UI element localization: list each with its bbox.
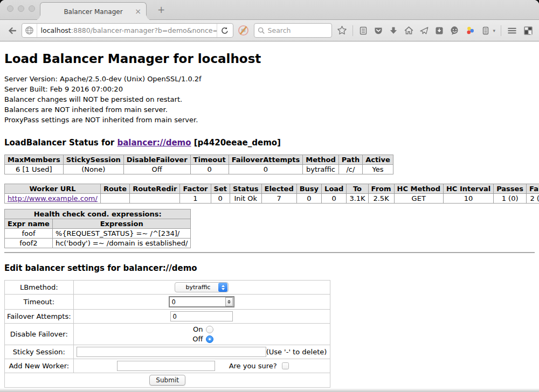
col-elected: Elected — [261, 184, 296, 194]
disable-failover-off-option: Off — [190, 335, 213, 343]
col-active: Active — [363, 155, 393, 165]
menu-hamburger-icon[interactable] — [507, 25, 517, 36]
disable-failover-off-radio[interactable] — [206, 335, 213, 343]
cell-maxmembers: 6 [1 Used] — [5, 165, 64, 174]
disable-failover-cell: On Off — [73, 324, 330, 345]
back-button[interactable] — [5, 24, 19, 38]
cell-route — [100, 194, 129, 204]
balancer-data-row: 6 [1 Used] (None) Off 0 0 bytraffic /c/ … — [5, 165, 393, 174]
timeout-input[interactable] — [170, 298, 225, 306]
overflow-caret-icon[interactable]: ▾ — [493, 28, 495, 33]
health-header-row: Expr name Expression — [5, 219, 191, 229]
sticky-session-input[interactable] — [77, 347, 266, 357]
col-set: Set — [211, 184, 230, 194]
col-hc-method: HC Method — [394, 184, 443, 194]
timeout-label: Timeout: — [5, 295, 74, 310]
toolbar-buttons: ▾ — [337, 25, 534, 36]
balancers-note-line: Balancers are NOT inherited from main se… — [4, 104, 535, 115]
tab-title: Balancer Manager — [64, 8, 122, 16]
balancer-demo-link[interactable]: balancer://demo — [117, 138, 191, 148]
col-method: Method — [303, 155, 338, 165]
reading-list-icon[interactable] — [358, 26, 368, 36]
col-load: Load — [322, 184, 347, 194]
proxypass-note-line: ProxyPass settings are NOT inherited fro… — [4, 115, 535, 125]
add-worker-row: Add New Worker: Are you sure? — [5, 359, 330, 373]
sticky-session-note: (Use '-' to delete) — [266, 348, 328, 356]
are-you-sure-checkbox[interactable] — [282, 362, 289, 369]
cell-method: bytraffic — [303, 165, 338, 174]
failover-attempts-input[interactable] — [170, 311, 233, 321]
add-worker-input[interactable] — [117, 361, 215, 371]
send-page-icon[interactable] — [419, 26, 429, 36]
cell-expr-name: foof — [5, 229, 53, 239]
site-identity-globe-icon[interactable] — [22, 24, 37, 37]
cell-status: Init Ok — [230, 194, 261, 204]
cell-from: 2.5K — [368, 194, 394, 204]
col-timeout: Timeout — [190, 155, 229, 165]
window-controls — [7, 5, 35, 12]
col-to: To — [347, 184, 368, 194]
submit-cell: Submit — [5, 373, 330, 388]
search-input[interactable] — [268, 26, 329, 34]
blocked-content-icon[interactable] — [238, 25, 249, 36]
colored-dots-extension-icon[interactable] — [465, 25, 475, 36]
cell-elected: 7 — [261, 194, 296, 204]
col-busy: Busy — [296, 184, 321, 194]
worker-url-link[interactable]: http://www.example.com/ — [8, 194, 98, 202]
tab-groups-grid-icon[interactable] — [523, 25, 534, 36]
feedback-smiley-icon[interactable] — [450, 25, 460, 36]
page-title: Load Balancer Manager for localhost — [4, 52, 535, 66]
off-label: Off — [190, 335, 203, 343]
cell-expression: hc('body') =~ /domain is established/ — [52, 239, 191, 248]
submit-button[interactable]: Submit — [149, 375, 185, 386]
window-zoom-button[interactable] — [29, 5, 35, 12]
cell-routeredir — [130, 194, 180, 204]
health-row-foof2: foof2 hc('body') =~ /domain is establish… — [5, 239, 191, 248]
pocket-icon[interactable] — [374, 26, 383, 36]
worker-table: Worker URL Route RouteRedir Factor Set S… — [4, 184, 539, 204]
sticky-session-cell: (Use '-' to delete) — [73, 345, 330, 359]
home-icon[interactable] — [404, 25, 414, 36]
disable-failover-row: Disable Failover: On Off — [5, 324, 330, 345]
health-title-row: Health check cond. expressions: — [5, 209, 191, 219]
number-spinner-icon[interactable] — [225, 297, 233, 306]
battery-list-extension-icon[interactable] — [481, 26, 490, 36]
bookmark-star-icon[interactable] — [337, 25, 347, 36]
lbmethod-label: LBmethod: — [5, 281, 74, 295]
edit-balancer-form: LBmethod: bytraffic Timeout: — [4, 280, 330, 388]
worker-data-row: http://www.example.com/ 1 0 Init Ok 7 0 … — [5, 194, 539, 204]
toolbar-divider — [353, 25, 353, 36]
url-input[interactable]: localhost:8880/balancer-manager?b=demo&n… — [37, 26, 217, 34]
col-fails: Fails — [527, 184, 539, 194]
health-check-table: Health check cond. expressions: Expr nam… — [4, 209, 191, 248]
save-to-device-icon[interactable] — [434, 26, 444, 36]
page-content: Load Balancer Manager for localhost Serv… — [0, 41, 539, 391]
cell-passes: 1 (0) — [494, 194, 527, 204]
disable-failover-on-option: On — [190, 325, 213, 333]
failover-attempts-cell — [73, 310, 330, 324]
col-expression: Expression — [52, 219, 191, 229]
cell-hc-method: GET — [394, 194, 443, 204]
disable-failover-on-radio[interactable] — [206, 326, 213, 333]
lbmethod-select[interactable]: bytraffic — [175, 282, 229, 292]
browser-tab[interactable]: Balancer Manager × — [40, 2, 147, 20]
col-stickysession: StickySession — [63, 155, 123, 165]
window-minimize-button[interactable] — [18, 5, 24, 12]
select-stepper-icon — [218, 283, 227, 292]
cell-hc-interval: 10 — [443, 194, 493, 204]
reload-button[interactable] — [217, 24, 233, 37]
col-worker-url: Worker URL — [5, 184, 101, 194]
balancer-header-row: MaxMembers StickySession DisableFailover… — [5, 155, 393, 165]
sticky-session-row: Sticky Session: (Use '-' to delete) — [5, 345, 330, 359]
new-tab-button[interactable]: + — [157, 4, 165, 15]
search-bar[interactable] — [254, 23, 333, 38]
cell-set: 0 — [211, 194, 230, 204]
url-path: :8880/balancer-manager?b=demo&nonce=decc… — [71, 26, 217, 34]
tab-close-icon[interactable]: × — [135, 7, 141, 16]
col-hc-interval: HC Interval — [443, 184, 493, 194]
search-icon — [258, 27, 265, 34]
url-bar[interactable]: localhost:8880/balancer-manager?b=demo&n… — [22, 23, 233, 38]
window-close-button[interactable] — [7, 5, 13, 12]
col-routeredir: RouteRedir — [130, 184, 180, 194]
downloads-icon[interactable] — [389, 26, 398, 36]
